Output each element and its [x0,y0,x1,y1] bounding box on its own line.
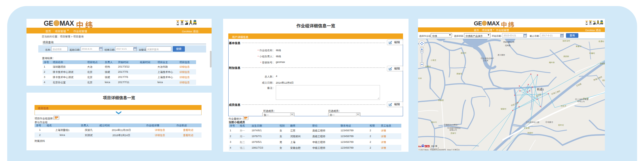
svg-text:高家渡跨沙桥: 高家渡跨沙桥 [503,41,515,43]
svg-text:体美园: 体美园 [600,63,605,65]
svg-text:大坪: 大坪 [418,77,422,79]
svg-text:湖边村: 湖边村 [461,52,466,54]
svg-text:明教寺: 明教寺 [548,121,553,123]
svg-text:梅叶桥: 梅叶桥 [549,61,555,63]
svg-text:顾家宅: 顾家宅 [457,73,462,75]
svg-text:史家圩: 史家圩 [451,132,456,134]
svg-text:甸联村: 甸联村 [501,108,506,110]
svg-text:200 米: 200 米 [431,145,438,147]
svg-text:叶甲附近养产: 叶甲附近养产 [483,57,494,59]
svg-text:连亮路: 连亮路 [505,44,511,46]
svg-text:巴农才: 巴农才 [561,105,567,107]
svg-text:卫生室: 卫生室 [483,59,489,61]
svg-text:度: 度 [428,145,429,147]
svg-text:高四桥: 高四桥 [563,55,569,57]
svg-text:© 2017 Baidu - 甲测资字11002099号 -: © 2017 Baidu - 甲测资字11002099号 - Data © 长地… [419,149,460,151]
svg-text:有限公司: 有限公司 [577,100,585,102]
svg-text:Bai: Bai [418,145,422,148]
svg-text:胡围半屋纸业: 胡围半屋纸业 [449,127,461,129]
svg-text:百: 百 [425,145,427,147]
svg-text:小张王: 小张王 [431,59,436,61]
svg-text:贺家库: 贺家库 [438,99,444,101]
svg-text:玉曼桥幼儿园: 玉曼桥幼儿园 [528,121,539,123]
svg-text:百曲村: 百曲村 [527,132,533,134]
svg-text:练潭村: 练潭村 [599,40,604,42]
svg-text:杨冬村: 杨冬村 [558,124,564,126]
svg-text:有限公司: 有限公司 [449,129,457,131]
svg-text:清江蒸桥: 清江蒸桥 [497,54,505,56]
svg-text:金星村: 金星村 [425,65,431,68]
svg-text:轨迹1: 轨迹1 [537,88,544,91]
svg-text:朱家村: 朱家村 [576,45,582,47]
svg-text:畦乡圩: 畦乡圩 [431,121,437,123]
svg-text:加好泽村: 加好泽村 [563,40,570,42]
svg-text:最美动力模型厂: 最美动力模型厂 [446,124,459,126]
svg-text:二海思学教育: 二海思学教育 [577,98,589,100]
svg-text:王家埭: 王家埭 [524,127,530,129]
svg-text:练西村: 练西村 [602,79,605,81]
svg-text:叶春村: 叶春村 [589,52,595,54]
